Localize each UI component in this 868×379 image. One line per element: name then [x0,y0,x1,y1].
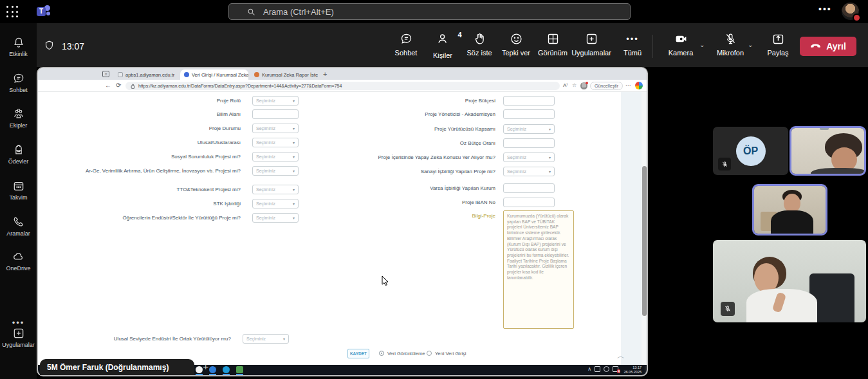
select-placeholder: Seçiminiz [507,155,526,160]
mic-options-chevron-icon[interactable]: ⌄ [748,41,753,48]
participant-tile-video-3[interactable] [713,240,866,322]
field-select[interactable]: Seçiminiz▾ [503,124,555,134]
scrollbar-thumb[interactable] [642,166,647,316]
browser-logo-icon[interactable] [635,82,643,89]
taskbar-clock[interactable]: 13:17 26.05.2025 [623,365,642,374]
field-select[interactable]: Seçiminiz▾ [252,152,299,162]
react-button[interactable]: Tepki ver [497,32,535,57]
people-button[interactable]: 4 Kişiler [424,32,461,59]
tab-actions-icon[interactable]: ≡ [102,71,109,77]
window-add-icon[interactable]: + [203,361,208,372]
browser-more-icon[interactable]: ⋯ [625,82,631,88]
browser-profile-avatar[interactable] [580,82,587,89]
field-input[interactable] [252,109,299,119]
select-placeholder: Seçiminiz [256,154,275,159]
microphone-button[interactable]: Mikrofon [712,32,749,57]
mic-muted-icon [718,158,731,171]
field-input[interactable] [503,138,555,148]
sidebar-item-chat[interactable]: Sohbet [0,72,37,93]
tray-volume-icon[interactable]: 4 [613,366,618,372]
sidebar-item-activity[interactable]: Etkinlik [0,36,37,57]
sidebar-item-calendar[interactable]: Takvim [0,180,37,201]
mic-off-icon [724,32,737,46]
participant-video [754,186,826,234]
apps-button[interactable]: Uygulamalar [573,32,610,57]
tray-display-icon[interactable] [595,366,600,372]
field-select[interactable]: Seçiminiz▾ [252,138,299,147]
sidebar-item-onedrive[interactable]: OneDrive [0,250,37,272]
field-label: Proje IBAN No [328,199,495,205]
field-select[interactable]: Seçiminiz▾ [503,153,555,162]
people-icon [436,32,450,46]
share-button[interactable]: Paylaş [759,32,797,57]
browser-tabstrip: ≡ apbs1.adiyaman.edu.tr ✕ Veri Girişi / … [38,68,647,80]
raise-hand-button[interactable]: Söz iste [461,32,498,57]
field-select[interactable]: Seçiminiz▾ [252,96,299,106]
field-select[interactable]: Seçiminiz▾ [252,213,299,223]
sidebar-item-calls[interactable]: Aramalar [0,216,37,237]
app-launcher-icon[interactable] [6,6,19,19]
view-button[interactable]: Görünüm [534,32,571,57]
avatar[interactable] [842,3,859,20]
field-select[interactable]: Seçiminiz▾ [252,199,299,208]
participant-tile-video-2[interactable] [752,184,827,236]
participant-tile-initials[interactable]: ÖP [713,127,788,175]
field-input[interactable] [503,96,555,106]
field-input[interactable] [503,183,555,193]
form-field-row: Sanayi İşbirliği Yapılan Proje mi?Seçimi… [328,166,555,177]
show-desktop-button[interactable] [645,366,647,374]
view-grid-icon [546,32,560,46]
chat-button[interactable]: Sohbet [387,32,425,57]
field-input[interactable] [503,109,555,119]
field-input[interactable] [503,198,555,207]
leave-button[interactable]: Ayrıl [800,37,856,56]
browser-tab-2-active[interactable]: Veri Girişi / Kurumsal Zeka ✕ [180,69,248,80]
select-placeholder: Seçiminiz [256,169,275,173]
camera-options-chevron-icon[interactable]: ⌄ [699,41,705,48]
form-field-row: Proje Yöneticisi - Akademisyen [328,109,555,120]
participant-video [791,128,864,174]
radio-view-data-label[interactable]: Veri Görüntüleme [387,351,425,356]
shared-window-label[interactable]: 5M Ömer Faruk (Doğrulanmamış) + [40,359,194,375]
more-button[interactable]: ••• Tümü [614,32,651,57]
field-label: TTO&Teknokent Projesi mi? [77,187,241,192]
system-tray[interactable]: ∧ 4 [587,366,618,372]
browser-round-icon[interactable] [196,366,203,373]
field-label: Ar-Ge, Verimlilik Artırma, Ürün Geliştir… [77,168,241,174]
favorite-star-icon[interactable]: ☆ [572,82,577,88]
browser-update-button[interactable]: Güncelleştir [590,82,623,90]
camera-button[interactable]: Kamera [662,32,699,57]
sidebar-item-apps[interactable]: Uygulamalar [0,327,37,348]
sidebar-more-icon[interactable]: ••• [0,318,37,328]
save-button[interactable]: KAYDET [347,349,369,358]
participant-tile-video-1[interactable] [790,126,866,176]
refresh-icon[interactable]: ⟳ [116,82,121,89]
radio-new-entry[interactable] [427,351,432,356]
address-input[interactable]: https://kz.adiyaman.edu.tr/DataForms/Dat… [125,82,560,90]
teams-logo-icon: T [37,5,51,18]
field-select[interactable]: Seçiminiz▾ [252,166,299,176]
field-select[interactable]: Seçiminiz▾ [243,334,289,344]
new-tab-icon[interactable]: + [323,70,327,78]
info-textarea[interactable]: Kurumumuzda (Yürütücü) olarak yapılan BA… [503,210,574,329]
radio-new-entry-label[interactable]: Yeni Veri Girişi [435,351,466,356]
sidebar-item-teams[interactable]: Ekipler [0,107,37,129]
search-input[interactable]: Arama (Ctrl+Alt+E) [228,3,631,20]
edge-icon[interactable] [209,366,216,373]
field-select[interactable]: Seçiminiz▾ [252,185,299,194]
field-label: Sanayi İşbirliği Yapılan Proje mi? [328,169,495,174]
edge2-icon[interactable] [223,366,230,373]
tray-network-icon[interactable] [604,366,609,372]
back-icon[interactable]: ← [105,82,111,89]
tray-expand-icon[interactable]: ∧ [587,366,591,372]
field-select[interactable]: Seçiminiz▾ [252,124,299,133]
settings-more-icon[interactable]: ••• [818,4,832,14]
field-select[interactable]: Seçiminiz▾ [503,167,555,176]
scroll-to-top-icon[interactable]: ︿ [617,351,625,362]
browser-tab-1[interactable]: apbs1.adiyaman.edu.tr ✕ [114,69,178,80]
read-aloud-icon[interactable]: A⁾ [563,82,568,88]
radio-view-data[interactable] [379,351,384,356]
browser-tab-3[interactable]: Kurumsal Zeka Rapor İstemi Lis ✕ [250,69,318,80]
app-green-icon[interactable] [236,366,243,373]
sidebar-item-assignments[interactable]: Ödevler [0,143,37,165]
